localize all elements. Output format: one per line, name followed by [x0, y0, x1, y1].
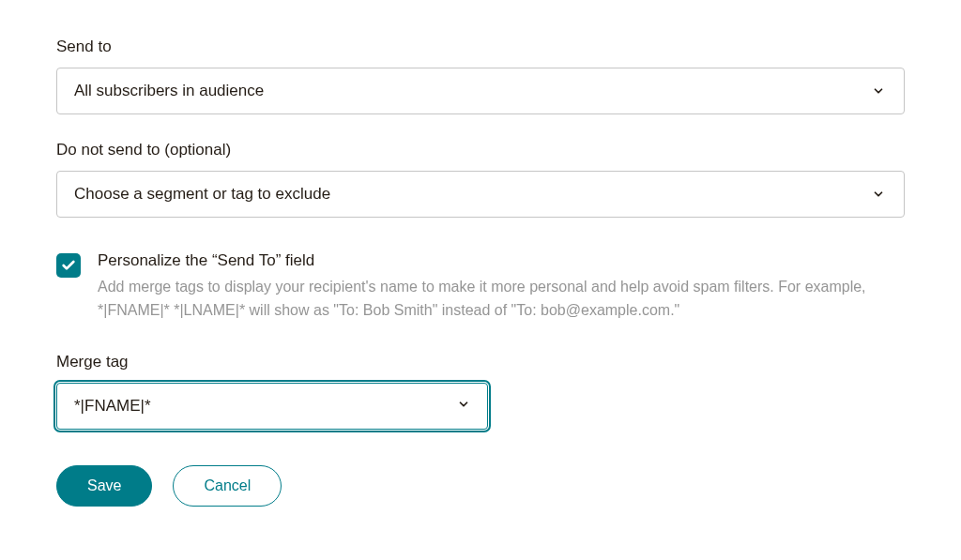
- check-icon: [61, 258, 76, 273]
- do-not-send-to-label: Do not send to (optional): [56, 141, 905, 159]
- chevron-down-icon: [870, 186, 887, 203]
- personalize-checkbox[interactable]: [56, 253, 81, 278]
- merge-tag-label: Merge tag: [56, 353, 905, 371]
- personalize-help: Add merge tags to display your recipient…: [98, 276, 905, 323]
- cancel-button[interactable]: Cancel: [173, 465, 282, 507]
- personalize-content: Personalize the “Send To” field Add merg…: [98, 251, 905, 323]
- merge-tag-value: *|FNAME|*: [74, 397, 151, 416]
- chevron-down-icon: [457, 397, 470, 416]
- send-to-label: Send to: [56, 38, 905, 56]
- chevron-down-icon: [870, 83, 887, 99]
- button-row: Save Cancel: [56, 465, 905, 507]
- merge-tag-select[interactable]: *|FNAME|*: [56, 383, 488, 430]
- send-to-value: All subscribers in audience: [74, 82, 264, 100]
- personalize-row: Personalize the “Send To” field Add merg…: [56, 251, 905, 323]
- personalize-title: Personalize the “Send To” field: [98, 251, 905, 270]
- send-to-select[interactable]: All subscribers in audience: [56, 68, 905, 114]
- send-to-group: Send to All subscribers in audience: [56, 38, 905, 114]
- do-not-send-to-group: Do not send to (optional) Choose a segme…: [56, 141, 905, 218]
- do-not-send-to-value: Choose a segment or tag to exclude: [74, 185, 330, 204]
- do-not-send-to-select[interactable]: Choose a segment or tag to exclude: [56, 171, 905, 218]
- merge-tag-group: Merge tag *|FNAME|*: [56, 353, 905, 430]
- save-button[interactable]: Save: [56, 465, 152, 507]
